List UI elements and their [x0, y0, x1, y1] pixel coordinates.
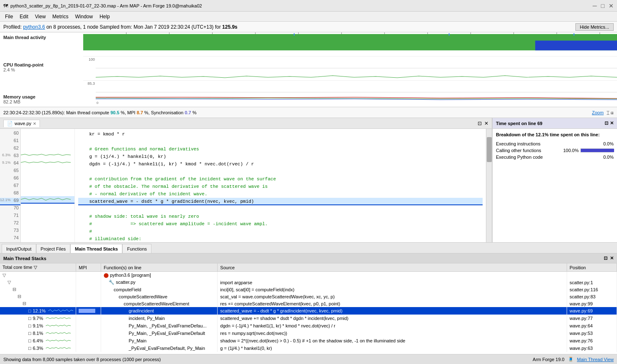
tab-functions[interactable]: Functions: [122, 244, 151, 253]
col-total-core-time[interactable]: Total core time ▽: [0, 263, 76, 272]
maximize-editor-icon[interactable]: ⊡: [478, 121, 482, 126]
arm-forge-version: Arm Forge 19.0: [533, 357, 564, 362]
minimize-button[interactable]: ─: [593, 2, 597, 9]
profile-bar: Profiled: python3.6 on 8 processes, 1 no…: [0, 22, 617, 32]
statusbar-text: Showing data from 8,000 samples taken ov…: [3, 357, 161, 362]
stacks-table-wrapper[interactable]: Total core time ▽ MPI Function(s) on lin…: [0, 263, 617, 354]
file-icon: 📄: [7, 121, 13, 126]
editor-body: 60 61 62 6.3%63 9.1%64 65 66 67 68 12.1%…: [0, 129, 492, 242]
col-source[interactable]: Source: [218, 263, 567, 272]
info-panel-wrapper: Time spent on line 69 ⊡ ✕ Breakdown of t…: [492, 118, 617, 242]
highlighted-line: scattered_wave = - dsdt * g * gradIncide…: [78, 198, 483, 205]
col-position[interactable]: Position: [567, 263, 617, 272]
menu-view[interactable]: View: [32, 13, 49, 20]
cpu-chart: 100: [83, 57, 617, 81]
titlebar-controls: ─ □ ✕: [593, 2, 614, 9]
col-function[interactable]: Function(s) on line: [101, 263, 218, 272]
metrics-panel: Main thread activity CPU floating-point …: [0, 32, 617, 107]
col-mpi[interactable]: MPI: [76, 263, 101, 272]
editor-panel: 📄 wave.py ✕ ⊡ ✕ 60 61 62 6.3%63 9.1: [0, 118, 492, 242]
memory-chart: 85.3 0: [83, 81, 617, 105]
metrics-labels: Main thread activity CPU floating-point …: [0, 32, 83, 107]
menu-metrics[interactable]: Metrics: [49, 13, 72, 20]
table-row[interactable]: □ 9.1% Py_Main, _PyEval_EvalFrameDefau..…: [0, 322, 617, 330]
main-thread-view-button[interactable]: Main Thread View: [577, 357, 614, 362]
hide-metrics-button[interactable]: Hide Metrics...: [575, 23, 614, 31]
memory-label: Memory usage 82.2 MB: [3, 94, 80, 104]
thread-icon: 🧵: [568, 357, 574, 362]
table-row[interactable]: □ 8.1% Py_Main, _PyEval_EvalFrameDefault…: [0, 330, 617, 337]
menubar: File Edit View Metrics Window Help: [0, 12, 617, 22]
editor-scrollbar[interactable]: [486, 129, 492, 242]
app-icon: 🗺: [3, 3, 8, 8]
titlebar: 🗺 python3_scatter_py_8p_1n_2019-01-07_22…: [0, 0, 617, 12]
table-row[interactable]: ▽ ⬤ python3.6 [program]: [0, 272, 617, 279]
info-panel-body: Breakdown of the 12.1% time spent on thi…: [493, 129, 617, 242]
breakdown-row-0: Executing instructions 0.0%: [496, 140, 614, 147]
table-row[interactable]: □ 6.4% Py_Main shadow = 2*((nvec.dot(kve…: [0, 337, 617, 344]
table-row[interactable]: ⊟ computeScatteredWave scat_val = wave.c…: [0, 293, 617, 300]
info-panel-header: Time spent on line 69 ⊡ ✕: [493, 118, 617, 129]
close-editor-icon[interactable]: ✕: [484, 121, 488, 126]
menu-file[interactable]: File: [2, 13, 16, 20]
profile-duration: 125.9s: [222, 24, 238, 30]
tab-main-thread-stacks[interactable]: Main Thread Stacks: [70, 244, 122, 253]
table-row[interactable]: □ 6.3% _PyEval_EvalFrameDefault, Py_Main…: [0, 344, 617, 352]
stacks-table: Total core time ▽ MPI Function(s) on lin…: [0, 263, 617, 352]
bottom-panel-header: Main Thread Stacks ⊡ ✕: [0, 253, 617, 263]
close-bottom-icon[interactable]: ✕: [610, 256, 614, 261]
zoom-link[interactable]: Zoom: [592, 110, 604, 115]
timeline-bar: 22:30:24-22:32:30 (125.890s): Main threa…: [0, 107, 617, 118]
close-button[interactable]: ✕: [609, 2, 614, 9]
maximize-info-icon[interactable]: ⊡: [605, 121, 608, 126]
maximize-button[interactable]: □: [601, 2, 605, 9]
svg-text:0: 0: [97, 101, 99, 105]
table-row[interactable]: □ 9.7% incident, Py_Main scattered_wave …: [0, 315, 617, 322]
statusbar: Showing data from 8,000 samples taken ov…: [0, 354, 617, 364]
line-numbers: 60 61 62 6.3%63 9.1%64 65 66 67 68 12.1%…: [0, 129, 21, 242]
breakdown-row-1: Calling other functions 100.0%: [496, 147, 614, 154]
close-info-icon[interactable]: ✕: [610, 121, 614, 126]
profile-info: Profiled: python3.6 on 8 processes, 1 no…: [3, 24, 238, 30]
tab-project-files[interactable]: Project Files: [36, 244, 71, 253]
table-row-selected[interactable]: □ 12.1% gradIncident scattered_wave = - …: [0, 307, 617, 315]
bottom-panel: Main Thread Stacks ⊡ ✕ Total core time ▽…: [0, 253, 617, 354]
menu-window[interactable]: Window: [72, 13, 97, 20]
editor-tab[interactable]: 📄 wave.py ✕: [3, 120, 40, 127]
info-panel-title: Time spent on line 69: [496, 121, 543, 126]
maximize-bottom-icon[interactable]: ⊡: [604, 256, 607, 261]
breakdown-row-2: Executing Python code 0.0%: [496, 154, 614, 160]
profile-link[interactable]: python3.6: [23, 24, 45, 30]
table-row[interactable]: ▽ 🔧 scatter.py import argparse scatter.p…: [0, 279, 617, 286]
main-thread-label: Main thread activity: [3, 35, 80, 40]
titlebar-left: 🗺 python3_scatter_py_8p_1n_2019-01-07_22…: [3, 3, 202, 8]
editor-header: 📄 wave.py ✕ ⊡ ✕: [0, 118, 492, 129]
menu-edit[interactable]: Edit: [16, 13, 32, 20]
cpu-label: CPU floating-point 2.4 %: [3, 62, 80, 72]
code-editor[interactable]: kr = kmod * r # Green functions and norm…: [75, 129, 486, 242]
bottom-tabs: Input/Output Project Files Main Thread S…: [0, 243, 617, 253]
tab-close-button[interactable]: ✕: [33, 121, 36, 126]
svg-rect-1: [535, 41, 617, 51]
table-row[interactable]: ⊟ computeScatteredWaveElement res += com…: [0, 300, 617, 307]
waveform-column: [21, 129, 75, 242]
main-content: 📄 wave.py ✕ ⊡ ✕ 60 61 62 6.3%63 9.1: [0, 118, 617, 243]
bottom-panel-title: Main Thread Stacks: [3, 256, 46, 261]
main-thread-chart: [83, 32, 617, 57]
menu-help[interactable]: Help: [96, 13, 113, 20]
table-row[interactable]: ⊟ computeField inci[i0], scat[i0] = comp…: [0, 286, 617, 293]
tab-filename: wave.py: [15, 121, 31, 126]
tab-input-output[interactable]: Input/Output: [2, 244, 36, 253]
titlebar-title: python3_scatter_py_8p_1n_2019-01-07_22-3…: [10, 3, 202, 8]
